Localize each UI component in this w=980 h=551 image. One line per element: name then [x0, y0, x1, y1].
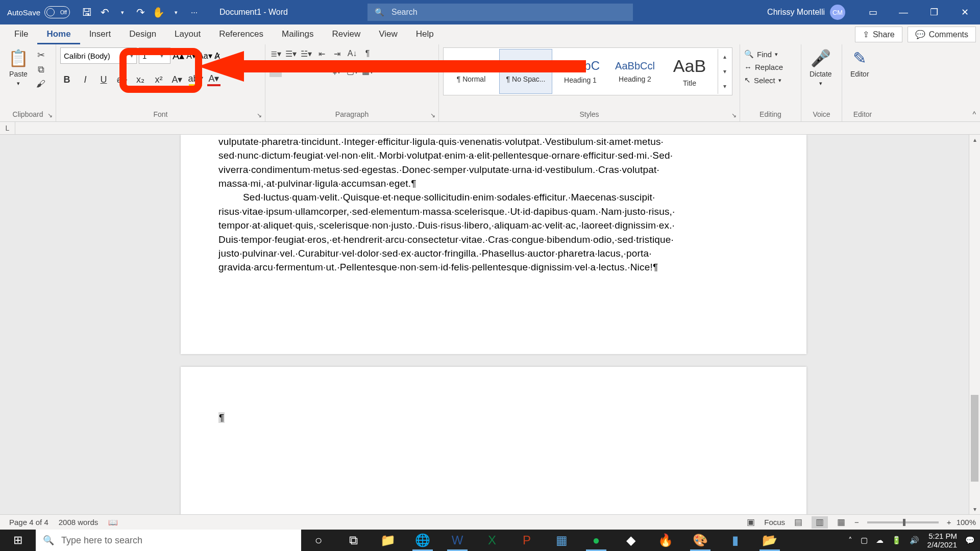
undo-more-icon[interactable]: ▾ [117, 7, 128, 18]
text-effects-icon[interactable]: A▾ [170, 73, 184, 86]
autosave-control[interactable]: AutoSave Off [0, 6, 77, 18]
ribbon-display-icon[interactable]: ▭ [857, 0, 888, 24]
focus-mode-button[interactable]: ▣ [743, 516, 759, 529]
chrome-icon[interactable]: 🌐 [405, 530, 440, 551]
close-icon[interactable]: ✕ [949, 0, 980, 24]
search-bar[interactable]: 🔍 [368, 4, 633, 21]
qat-customize-icon[interactable]: ⋯ [188, 7, 200, 18]
scroll-down-icon[interactable]: ▾ [969, 504, 980, 514]
notifications-icon[interactable]: 💬 [965, 536, 975, 545]
tab-design[interactable]: Design [120, 24, 165, 44]
share-button[interactable]: ⇪Share [855, 27, 902, 42]
tray-chevron-icon[interactable]: ˄ [848, 536, 852, 545]
select-button[interactable]: ↖Select▾ [744, 76, 783, 85]
clipboard-dialog-icon[interactable]: ↘ [47, 112, 53, 119]
cut-icon[interactable]: ✂ [35, 49, 47, 61]
paint-icon[interactable]: 🎨 [683, 530, 718, 551]
change-case-icon[interactable]: Aa▾ [198, 51, 212, 61]
paste-button[interactable]: 📋 Paste ▾ [4, 47, 33, 88]
page-count[interactable]: Page 4 of 4 [4, 518, 54, 527]
style-heading-2[interactable]: AaBbCclHeading 2 [608, 49, 662, 94]
paragraph-dialog-icon[interactable]: ↘ [430, 112, 435, 119]
spelling-icon[interactable]: 📖 [103, 518, 123, 527]
tray-volume-icon[interactable]: 🔊 [910, 536, 919, 545]
word-count[interactable]: 2008 words [54, 518, 104, 527]
numbering-icon[interactable]: ☰▾ [285, 47, 297, 60]
focus-label[interactable]: Focus [764, 518, 785, 527]
font-name-combo[interactable]: ▾ [60, 47, 137, 64]
styles-gallery-more[interactable]: ▴▾▾ [718, 49, 731, 94]
clear-formatting-icon[interactable]: A̷ [214, 51, 220, 61]
tab-view[interactable]: View [370, 24, 407, 44]
replace-button[interactable]: ↔Replace [744, 63, 783, 71]
spotify-icon[interactable]: ● [579, 530, 614, 551]
tab-file[interactable]: File [5, 24, 37, 44]
tab-mailings[interactable]: Mailings [273, 24, 323, 44]
dictate-button[interactable]: 🎤Dictate▾ [805, 47, 836, 88]
comments-button[interactable]: 💬Comments [908, 27, 976, 42]
tab-selector[interactable]: L [0, 122, 15, 134]
qat-more-icon[interactable]: ▾ [170, 7, 182, 18]
touch-mode-icon[interactable]: ✋ [153, 7, 164, 18]
autosave-toggle[interactable]: Off [44, 6, 70, 18]
collapse-ribbon-icon[interactable]: ^ [972, 110, 976, 118]
shrink-font-icon[interactable]: A▾ [186, 51, 196, 61]
powerpoint-icon[interactable]: P [509, 530, 544, 551]
word-icon[interactable]: W [440, 530, 475, 551]
account-name[interactable]: Chrissy Montelli [767, 8, 825, 17]
body-text[interactable]: vulputate·pharetra·tincidunt.·Integer·ef… [218, 135, 769, 274]
empty-paragraph[interactable]: ¶ [218, 411, 769, 424]
tray-meet-icon[interactable]: ▢ [861, 536, 868, 545]
align-center-icon[interactable]: ≡ [285, 65, 297, 77]
underline-button[interactable]: U [97, 73, 110, 86]
folder-icon[interactable]: 📂 [752, 530, 787, 551]
font-size-combo[interactable]: ▾ [139, 47, 170, 64]
font-dialog-icon[interactable]: ↘ [257, 112, 262, 119]
superscript-button[interactable]: x² [152, 73, 165, 86]
decrease-indent-icon[interactable]: ⇤ [315, 47, 328, 60]
styles-expand-icon[interactable]: ▾ [718, 79, 731, 94]
windows-search[interactable]: 🔍Type here to search [36, 530, 301, 551]
document-area[interactable]: vulputate·pharetra·tincidunt.·Integer·ef… [0, 135, 980, 530]
multilevel-icon[interactable]: ☱▾ [300, 47, 312, 60]
style-no-spacing[interactable]: AaBbCcDc¶ No Spac... [499, 49, 552, 94]
subscript-button[interactable]: x₂ [134, 73, 147, 86]
shading-icon[interactable]: ▢▾ [346, 65, 358, 77]
font-name-input[interactable] [64, 52, 128, 60]
zoom-in-icon[interactable]: + [947, 518, 951, 527]
bullets-icon[interactable]: ≣▾ [270, 47, 282, 60]
copy-icon[interactable]: ⧉ [35, 64, 47, 75]
align-left-icon[interactable]: ≡ [270, 65, 282, 77]
print-layout-icon[interactable]: ▥ [812, 516, 828, 529]
styles-gallery[interactable]: AaBbCcDc¶ Normal AaBbCcDc¶ No Spac... Aa… [443, 47, 732, 95]
file-explorer-icon[interactable]: 📁 [371, 530, 405, 551]
read-mode-icon[interactable]: ▤ [790, 516, 806, 529]
task-view-icon[interactable]: ⧉ [336, 530, 371, 551]
styles-dialog-icon[interactable]: ↘ [731, 112, 737, 119]
highlight-button[interactable]: ab▾ [189, 73, 202, 86]
font-color-button[interactable]: A▾ [207, 73, 220, 86]
page-5[interactable]: ¶ [181, 367, 806, 530]
scroll-up-icon[interactable]: ▴ [969, 135, 980, 145]
chevron-down-icon[interactable]: ▾ [718, 64, 731, 79]
borders-icon[interactable]: ▦▾ [361, 65, 374, 77]
zoom-out-icon[interactable]: − [854, 518, 859, 527]
chevron-down-icon[interactable]: ▾ [128, 52, 133, 59]
style-normal[interactable]: AaBbCcDc¶ Normal [445, 49, 498, 94]
web-layout-icon[interactable]: ▦ [833, 516, 849, 529]
redo-icon[interactable]: ↷ [135, 7, 146, 18]
tab-insert[interactable]: Insert [80, 24, 120, 44]
align-right-icon[interactable]: ≡ [300, 65, 312, 77]
tab-review[interactable]: Review [323, 24, 370, 44]
find-button[interactable]: 🔍Find▾ [744, 49, 783, 59]
tray-onedrive-icon[interactable]: ☁ [876, 536, 884, 545]
italic-button[interactable]: I [79, 73, 92, 86]
tab-layout[interactable]: Layout [165, 24, 210, 44]
tray-battery-icon[interactable]: 🔋 [892, 536, 901, 545]
line-spacing-icon[interactable]: ‡▾ [331, 65, 343, 77]
tab-help[interactable]: Help [407, 24, 443, 44]
style-heading-1[interactable]: AaBbCHeading 1 [554, 49, 607, 94]
justify-icon[interactable]: ≡ [315, 65, 328, 77]
format-painter-icon[interactable]: 🖌 [35, 78, 47, 89]
tab-references[interactable]: References [210, 24, 273, 44]
